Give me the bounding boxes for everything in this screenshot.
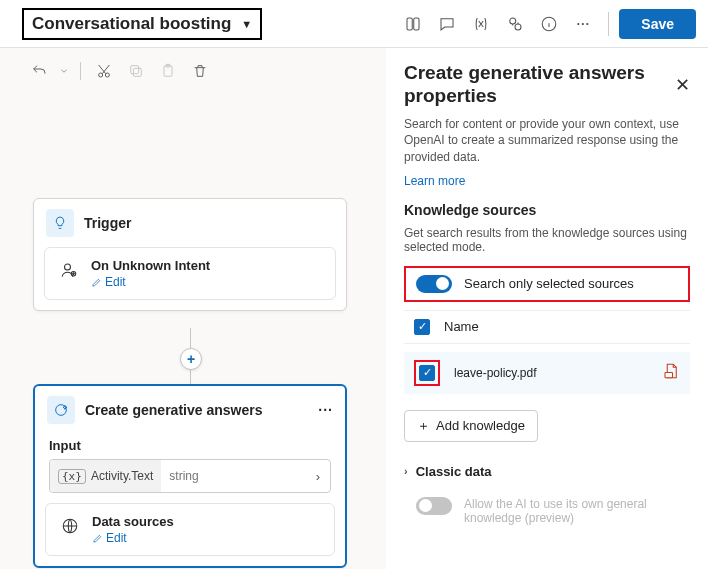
generative-answers-node[interactable]: Create generative answers ··· Input {x} … [33, 384, 347, 568]
input-variable-type: string [161, 469, 206, 483]
source-filename: leave-policy.pdf [454, 366, 537, 380]
svg-point-11 [65, 264, 71, 270]
person-icon [57, 258, 81, 282]
search-selected-toggle-row[interactable]: Search only selected sources [404, 266, 690, 302]
classic-data-expander[interactable]: › Classic data [404, 464, 690, 479]
knowledge-source-row[interactable]: leave-policy.pdf [404, 352, 690, 394]
undo-chevron[interactable] [56, 56, 72, 86]
source-checkbox-highlight [414, 360, 440, 386]
gen-title: Create generative answers [85, 402, 262, 418]
copy-button [121, 56, 151, 86]
search-selected-toggle[interactable] [416, 275, 452, 293]
separator [608, 12, 609, 36]
svg-rect-7 [133, 68, 141, 76]
node-overflow-icon[interactable]: ··· [318, 402, 333, 418]
svg-point-5 [99, 73, 103, 77]
chevron-right-icon: › [404, 465, 408, 477]
chevron-down-icon: ▼ [241, 18, 252, 30]
comment-icon[interactable] [430, 7, 464, 41]
plus-icon: ＋ [417, 417, 430, 435]
topic-title-text: Conversational boosting [32, 14, 231, 34]
paste-button [153, 56, 183, 86]
lightbulb-icon [46, 209, 74, 237]
svg-rect-1 [414, 18, 419, 30]
delete-button[interactable] [185, 56, 215, 86]
knowledge-sources-desc: Get search results from the knowledge so… [404, 226, 690, 254]
sparkle-icon [47, 396, 75, 424]
trigger-edit-link[interactable]: Edit [91, 275, 210, 289]
variable-icon: {x} [58, 469, 86, 484]
ai-knowledge-toggle [416, 497, 452, 515]
info-icon[interactable] [532, 7, 566, 41]
svg-point-2 [510, 18, 516, 24]
trigger-event-card[interactable]: On Unknown Intent Edit [44, 247, 336, 300]
save-button[interactable]: Save [619, 9, 696, 39]
cut-button[interactable] [89, 56, 119, 86]
add-knowledge-button[interactable]: ＋ Add knowledge [404, 410, 538, 442]
trigger-node[interactable]: Trigger On Unknown Intent Edit [33, 198, 347, 311]
topic-title-dropdown[interactable]: Conversational boosting ▼ [22, 8, 262, 40]
ai-general-knowledge-row: Allow the AI to use its own general know… [416, 497, 690, 525]
sources-header-row[interactable]: Name [404, 310, 690, 344]
svg-point-6 [105, 73, 109, 77]
close-icon[interactable]: ✕ [675, 62, 690, 96]
variables-icon[interactable] [464, 7, 498, 41]
overflow-icon[interactable]: ··· [566, 7, 600, 41]
trigger-event-name: On Unknown Intent [91, 258, 210, 273]
data-sources-title: Data sources [92, 514, 174, 529]
data-sources-edit-link[interactable]: Edit [92, 531, 174, 545]
learn-more-link[interactable]: Learn more [404, 174, 690, 188]
ai-knowledge-label: Allow the AI to use its own general know… [464, 497, 674, 525]
select-all-checkbox[interactable] [414, 319, 430, 335]
input-variable-name: Activity.Text [91, 469, 153, 483]
panel-title: Create generative answers properties [404, 62, 675, 108]
globe-icon [58, 514, 82, 538]
authoring-canvas[interactable]: Trigger On Unknown Intent Edit + [0, 48, 386, 569]
svg-rect-0 [407, 18, 412, 30]
properties-panel: Create generative answers properties ✕ S… [386, 48, 708, 569]
trigger-title: Trigger [84, 215, 131, 231]
pdf-icon [662, 362, 680, 383]
name-column-header: Name [444, 319, 479, 334]
source-checkbox[interactable] [419, 365, 435, 381]
analytics-icon[interactable] [498, 7, 532, 41]
svg-point-3 [515, 24, 521, 30]
copilot-icon[interactable] [396, 7, 430, 41]
svg-rect-15 [665, 373, 673, 378]
data-sources-card[interactable]: Data sources Edit [45, 503, 335, 556]
panel-description: Search for content or provide your own c… [404, 116, 690, 166]
undo-button[interactable] [24, 56, 54, 86]
svg-rect-8 [131, 66, 139, 74]
input-expression[interactable]: {x} Activity.Text string › [49, 459, 331, 493]
knowledge-sources-heading: Knowledge sources [404, 202, 690, 218]
add-node-button[interactable]: + [180, 348, 202, 370]
input-section-label: Input [35, 434, 345, 459]
toggle-label: Search only selected sources [464, 276, 634, 291]
chevron-right-icon: › [306, 469, 330, 484]
